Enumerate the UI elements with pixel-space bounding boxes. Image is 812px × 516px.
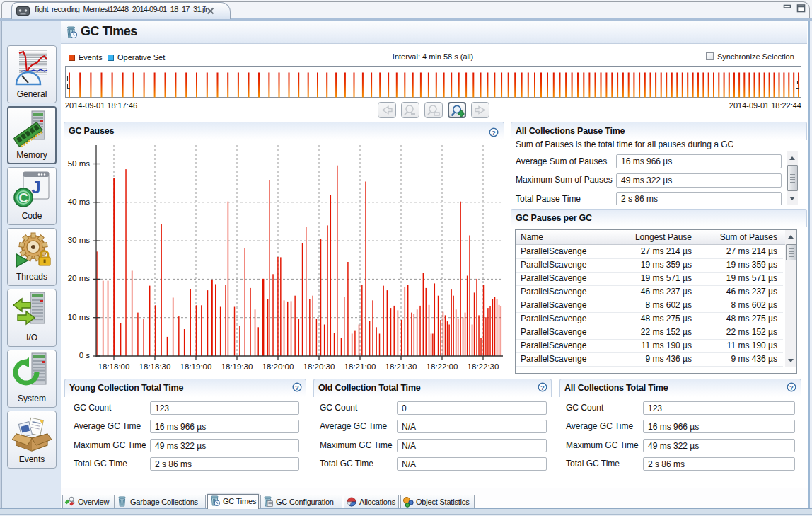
- svg-text:0 s: 0 s: [79, 351, 91, 360]
- svg-text:?: ?: [295, 384, 299, 391]
- svg-text:?: ?: [789, 384, 794, 391]
- svg-text:18:22:30: 18:22:30: [468, 362, 499, 371]
- svg-text:18:18:30: 18:18:30: [139, 362, 171, 371]
- svg-text:18:20:00: 18:20:00: [262, 362, 294, 371]
- svg-text:20 ms: 20 ms: [68, 274, 91, 282]
- svg-text:?: ?: [492, 129, 496, 137]
- svg-text:J: J: [31, 178, 40, 197]
- svg-text:50 ms: 50 ms: [68, 159, 91, 168]
- svg-text:C: C: [18, 190, 28, 205]
- svg-text:?: ?: [540, 384, 545, 391]
- svg-text:30 ms: 30 ms: [68, 236, 91, 244]
- svg-text:18:21:00: 18:21:00: [344, 362, 376, 371]
- svg-text:10 ms: 10 ms: [68, 313, 91, 321]
- svg-text:18:19:00: 18:19:00: [180, 362, 212, 371]
- svg-text:18:18:00: 18:18:00: [98, 362, 130, 371]
- svg-text:18:21:30: 18:21:30: [385, 362, 417, 371]
- svg-text:18:19:30: 18:19:30: [221, 362, 253, 371]
- svg-text:40 ms: 40 ms: [68, 197, 91, 206]
- svg-text:18:22:00: 18:22:00: [427, 362, 458, 371]
- svg-text:18:20:30: 18:20:30: [303, 362, 335, 371]
